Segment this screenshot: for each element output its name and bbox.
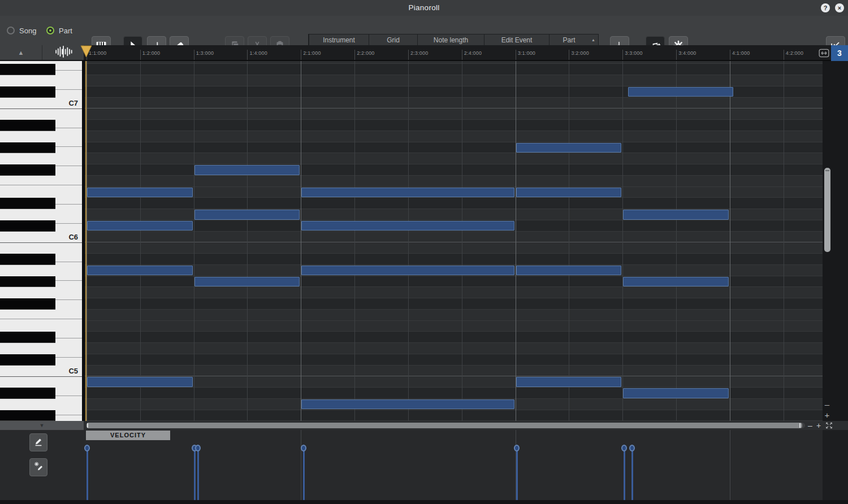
midi-note-E6[interactable]: [516, 188, 622, 198]
grid-row-B5: [85, 242, 823, 254]
velocity-handle[interactable]: [84, 445, 90, 451]
part-radio-icon[interactable]: [46, 27, 54, 34]
velocity-stem[interactable]: [624, 448, 625, 500]
midi-note-B4[interactable]: [516, 377, 622, 387]
part-count-badge[interactable]: 3: [831, 45, 848, 61]
velocity-settings-button[interactable]: [29, 458, 47, 476]
midi-note-C#7[interactable]: [628, 87, 733, 97]
waveform-icon: [53, 45, 74, 60]
velocity-draw-button[interactable]: [29, 433, 47, 451]
piano-key-black-G#5[interactable]: [0, 276, 55, 288]
piano-key-black-F#5[interactable]: [0, 298, 55, 310]
horizontal-zoom-in-button[interactable]: +: [815, 421, 823, 430]
piano-key-black-F#6[interactable]: [0, 164, 55, 176]
grid-row-C#5: [85, 354, 823, 366]
midi-note-A#4[interactable]: [623, 388, 729, 398]
grid-row-B4: [85, 376, 823, 388]
mode-song-radio[interactable]: Song: [7, 16, 36, 45]
piano-key-black-A#6[interactable]: [0, 120, 55, 131]
midi-note-E6[interactable]: [301, 188, 514, 198]
piano-keyboard[interactable]: C7C6C5: [0, 61, 82, 421]
grid-row-C6: [85, 232, 823, 243]
title-bar: Pianoroll ? ×: [0, 0, 848, 16]
velocity-stem[interactable]: [631, 448, 633, 500]
midi-note-F#6[interactable]: [194, 165, 300, 175]
ruler-tick: [730, 50, 730, 60]
midi-note-E6[interactable]: [87, 188, 193, 198]
velocity-handle[interactable]: [621, 445, 627, 451]
help-icon[interactable]: ?: [821, 3, 830, 12]
piano-key-black-A#5[interactable]: [0, 254, 55, 265]
param-header: Edit Event: [484, 34, 549, 46]
horizontal-zoom-out-button[interactable]: –: [806, 421, 814, 430]
grid-row-D#5: [85, 332, 823, 343]
velocity-stem[interactable]: [194, 448, 196, 500]
ruler-beat-label: 4:1:000: [732, 50, 750, 56]
bottom-border-strip: [0, 500, 848, 504]
toolbar: Song Part: [0, 16, 848, 46]
beat-line: [194, 61, 194, 421]
piano-key-black-C#7[interactable]: [0, 86, 55, 98]
vertical-zoom-out-button[interactable]: –: [823, 401, 832, 410]
grid-row-E5: [85, 321, 823, 332]
midi-note-G#5[interactable]: [623, 277, 729, 287]
triangle-down-icon: ▼: [40, 423, 45, 428]
ruler-tick: [569, 50, 569, 60]
midi-note-C#6[interactable]: [87, 221, 193, 231]
ruler-beat-label: 2:1:000: [303, 50, 321, 56]
midi-note-A4[interactable]: [301, 399, 514, 410]
midi-note-D6[interactable]: [194, 210, 300, 220]
grid-row-F#5: [85, 298, 823, 310]
piano-key-black-D#5[interactable]: [0, 332, 55, 343]
spinner-up-icon[interactable]: ▲: [589, 34, 598, 46]
grid-row-F5: [85, 310, 823, 321]
midi-note-G#5[interactable]: [194, 277, 300, 287]
song-radio-icon[interactable]: [7, 27, 15, 34]
scroll-down-button[interactable]: ▼: [0, 421, 84, 430]
midi-note-G#6[interactable]: [516, 143, 622, 153]
fit-width-icon[interactable]: [818, 47, 830, 59]
midi-note-D6[interactable]: [623, 210, 729, 220]
grid-row-G6: [85, 153, 823, 164]
measure-line: [516, 61, 516, 421]
scroll-up-button[interactable]: ▲: [0, 45, 42, 60]
ruler-tick: [676, 50, 677, 60]
mode-part-radio[interactable]: Part: [46, 16, 72, 45]
horizontal-scrollbar-thumb[interactable]: [86, 423, 802, 428]
midi-note-A5[interactable]: [87, 266, 193, 276]
piano-key-black-C#6[interactable]: [0, 220, 55, 232]
ruler-tick: [622, 50, 623, 60]
velocity-stem[interactable]: [197, 448, 199, 500]
piano-key-black-D#7[interactable]: [0, 64, 55, 75]
piano-key-black-A#4[interactable]: [0, 388, 55, 399]
midi-note-A5[interactable]: [516, 266, 622, 276]
velocity-handle[interactable]: [301, 445, 306, 451]
velocity-lane-label[interactable]: VELOCITY: [86, 431, 170, 440]
piano-key-black-D#6[interactable]: [0, 198, 55, 209]
velocity-handle[interactable]: [629, 445, 635, 451]
velocity-stem[interactable]: [303, 448, 305, 500]
midi-note-B4[interactable]: [87, 377, 193, 387]
playhead-marker[interactable]: [80, 45, 92, 60]
piano-key-black-G#4[interactable]: [0, 410, 55, 421]
expand-fullscreen-icon[interactable]: [824, 421, 834, 430]
octave-label-C7: C7: [55, 98, 78, 109]
velocity-lane[interactable]: VELOCITY: [84, 430, 823, 500]
audition-toggle-button[interactable]: [42, 45, 84, 60]
velocity-stem[interactable]: [86, 448, 88, 500]
close-icon[interactable]: ×: [835, 3, 844, 12]
ruler-beat-label: 3:1:000: [518, 50, 535, 56]
vertical-zoom-in-button[interactable]: +: [823, 411, 832, 420]
ruler-tick: [462, 50, 462, 60]
midi-note-A5[interactable]: [301, 266, 514, 276]
velocity-stem[interactable]: [516, 448, 518, 500]
piano-key-black-C#5[interactable]: [0, 354, 55, 366]
vertical-scrollbar-thumb[interactable]: [824, 168, 830, 252]
piano-key-black-G#6[interactable]: [0, 142, 55, 154]
note-grid[interactable]: [85, 61, 823, 421]
velocity-handle[interactable]: [195, 445, 201, 451]
timeline-ruler[interactable]: 1:1:0001:2:0001:3:0001:4:0002:1:0002:2:0…: [84, 45, 831, 61]
midi-note-C#6[interactable]: [301, 221, 514, 231]
measure-line: [730, 61, 730, 421]
velocity-handle[interactable]: [514, 445, 520, 451]
